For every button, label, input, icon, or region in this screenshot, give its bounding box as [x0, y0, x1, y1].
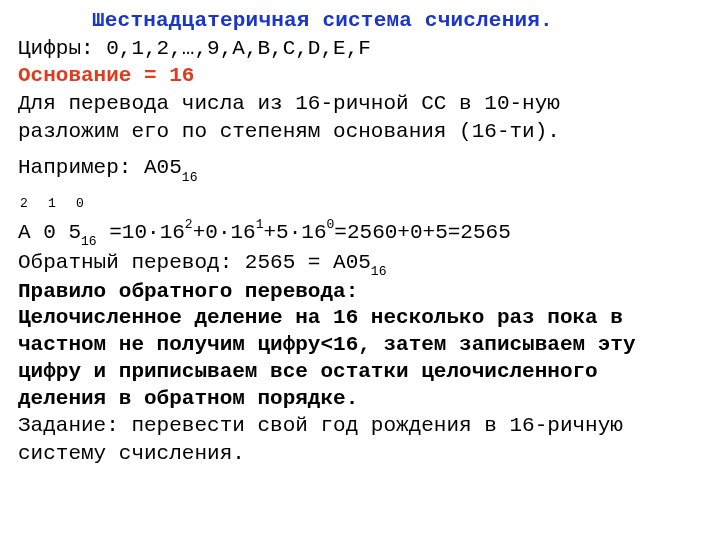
- calc-body-3: +5·16: [264, 221, 327, 244]
- position-indices: 210: [18, 196, 706, 213]
- calc-subscript: 16: [81, 234, 97, 249]
- calc-exp-1: 1: [256, 217, 264, 232]
- calc-digits: A 0 5: [18, 221, 81, 244]
- reverse-text: Обратный перевод: 2565 = A05: [18, 251, 371, 274]
- base-line: Основание = 16: [18, 63, 706, 90]
- digits-line: Цифры: 0,1,2,…,9,A,B,C,D,E,F: [18, 36, 706, 63]
- reverse-line: Обратный перевод: 2565 = A0516: [18, 250, 706, 279]
- rule-line-1: Целочисленное деление на 16 несколько ра…: [18, 305, 706, 332]
- position-0: 0: [76, 196, 104, 213]
- slide: Шестнадцатеричная система счисления. Циф…: [0, 0, 720, 540]
- calculation-line: A 0 516 =10·162+0·161+5·160=2560+0+5=256…: [18, 219, 706, 249]
- slide-title: Шестнадцатеричная система счисления.: [18, 8, 706, 35]
- rule-line-2: частном не получим цифру<16, затем запис…: [18, 332, 706, 359]
- rule-line-4: деления в обратном порядке.: [18, 386, 706, 413]
- rule-title: Правило обратного перевода:: [18, 279, 706, 306]
- example-line: Например: A0516: [18, 155, 706, 184]
- calc-exp-0: 0: [327, 217, 335, 232]
- task-line-2: систему счисления.: [18, 441, 706, 468]
- task-line-1: Задание: перевести свой год рождения в 1…: [18, 413, 706, 440]
- example-subscript: 16: [182, 170, 198, 185]
- rule-line-3: цифру и приписываем все остатки целочисл…: [18, 359, 706, 386]
- calc-tail: =2560+0+5=2565: [334, 221, 510, 244]
- position-1: 1: [48, 196, 76, 213]
- calc-body-1: =10·16: [97, 221, 185, 244]
- calc-body-2: +0·16: [193, 221, 256, 244]
- explain-line-1: Для перевода числа из 16-ричной СС в 10-…: [18, 91, 706, 118]
- example-text: Например: A05: [18, 156, 182, 179]
- position-2: 2: [20, 196, 48, 213]
- calc-exp-2: 2: [185, 217, 193, 232]
- reverse-subscript: 16: [371, 264, 387, 279]
- explain-line-2: разложим его по степеням основания (16-т…: [18, 119, 706, 146]
